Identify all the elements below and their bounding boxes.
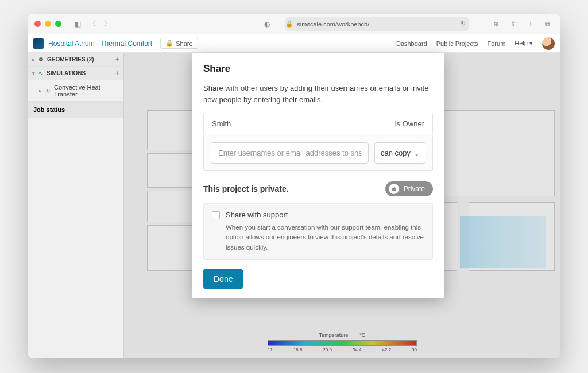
modal-title: Share (203, 63, 433, 75)
legend-tick: 26.6 (323, 347, 332, 352)
privacy-toggle-label: Private (404, 185, 425, 193)
permission-select[interactable]: can copy (374, 142, 425, 164)
url-bar[interactable]: 🔒 simscale.com/workbench/ ↻ (285, 17, 469, 31)
chevron-right-icon: ▸ (32, 57, 35, 63)
legend-tick: 18.8 (293, 347, 303, 352)
tabs-icon[interactable]: ⧉ (542, 18, 554, 30)
tree-sim-item[interactable]: ▸ ≋ Convective Heat Transfer (28, 80, 123, 102)
tree-label: SIMULATIONS (47, 70, 86, 76)
user-avatar[interactable] (542, 37, 555, 50)
legend-tick: 34.4 (353, 347, 362, 352)
owner-name: Smith (212, 119, 231, 128)
lock-icon (389, 184, 399, 194)
minimize-window-button[interactable] (45, 21, 51, 27)
browser-window: ◧ 〈 〉 ◐ 🔒 simscale.com/workbench/ ↻ ⊕ ⇪ … (28, 14, 560, 358)
tree-geometries[interactable]: ▸ ⚙ GEOMETRIES (2) + (28, 53, 123, 67)
chevron-down-icon: ▾ (32, 71, 35, 76)
maximize-window-button[interactable] (55, 21, 61, 27)
legend-tick: 11 (268, 347, 273, 352)
chevron-right-icon: ▸ (39, 88, 42, 94)
share-icon[interactable]: ⇪ (508, 18, 519, 30)
share-input-row: can copy (203, 135, 433, 171)
share-button-label: Share (176, 40, 192, 47)
sidebar-toggle-icon[interactable]: ◧ (72, 18, 83, 30)
owner-role: is Owner (395, 119, 424, 128)
job-status-header[interactable]: Job status (28, 102, 123, 118)
app-header: Hospital Atrium - Thermal Comfort 🔒 Shar… (28, 34, 560, 53)
close-window-button[interactable] (34, 21, 41, 27)
nav-public-projects[interactable]: Public Projects (436, 40, 478, 47)
support-checkbox[interactable] (212, 211, 220, 219)
add-icon[interactable]: + (115, 56, 119, 63)
owner-row: Smith is Owner (203, 112, 433, 135)
lock-icon: 🔒 (165, 40, 173, 47)
legend-ticks: 11 18.8 26.6 34.4 42.2 50 (268, 347, 417, 352)
permission-label: can copy (381, 149, 411, 157)
chevron-down-icon (414, 149, 419, 157)
done-button[interactable]: Done (203, 269, 243, 289)
color-legend: Temperature °C 11 18.8 26.6 34.4 42.2 50 (268, 332, 417, 352)
new-tab-icon[interactable]: ＋ (525, 18, 536, 30)
geometries-icon: ⚙ (38, 56, 44, 63)
project-title[interactable]: Hospital Atrium - Thermal Comfort (48, 40, 152, 48)
nav-help[interactable]: Help ▾ (514, 40, 533, 47)
share-with-support-box: Share with support When you start a conv… (203, 203, 433, 260)
reload-icon[interactable]: ↻ (461, 20, 466, 28)
privacy-text: This project is private. (203, 184, 289, 193)
nav-forum[interactable]: Forum (488, 40, 506, 47)
privacy-toggle[interactable]: Private (385, 181, 433, 196)
support-label: Share with support (226, 211, 288, 219)
tree-label: Convective Heat Transfer (54, 84, 119, 98)
app-logo[interactable] (33, 38, 44, 49)
modal-description: Share with other users by adding their u… (203, 83, 433, 105)
window-controls (34, 21, 61, 27)
legend-unit: °C (359, 332, 365, 338)
share-modal: Share Share with other users by adding t… (192, 53, 444, 298)
privacy-row: This project is private. Private (203, 181, 433, 196)
url-text: simscale.com/workbench/ (297, 21, 369, 28)
nav-dashboard[interactable]: Dashboard (396, 40, 427, 47)
shield-icon[interactable]: ◐ (261, 18, 273, 30)
download-icon[interactable]: ⊕ (490, 18, 502, 30)
add-icon[interactable]: + (115, 70, 119, 76)
nav-forward-icon[interactable]: 〉 (102, 18, 113, 30)
legend-gradient (268, 340, 417, 346)
support-description: When you start a conversation with our s… (212, 223, 424, 252)
top-nav: Dashboard Public Projects Forum Help ▾ (396, 37, 555, 50)
share-button[interactable]: 🔒 Share (160, 38, 198, 49)
left-sidebar: ▸ ⚙ GEOMETRIES (2) + ▾ ∿ SIMULATIONS + ▸… (28, 53, 124, 358)
legend-title: Temperature (319, 332, 349, 338)
simulations-icon: ∿ (38, 70, 43, 76)
lock-icon: 🔒 (285, 20, 293, 28)
share-input[interactable] (211, 142, 369, 164)
legend-tick: 50 (412, 347, 417, 352)
tree-label: GEOMETRIES (2) (47, 56, 94, 63)
heat-icon: ≋ (45, 87, 51, 95)
nav-back-icon[interactable]: 〈 (87, 18, 98, 30)
legend-tick: 42.2 (382, 347, 392, 352)
tree-simulations[interactable]: ▾ ∿ SIMULATIONS + (28, 67, 123, 80)
titlebar: ◧ 〈 〉 ◐ 🔒 simscale.com/workbench/ ↻ ⊕ ⇪ … (28, 14, 560, 34)
